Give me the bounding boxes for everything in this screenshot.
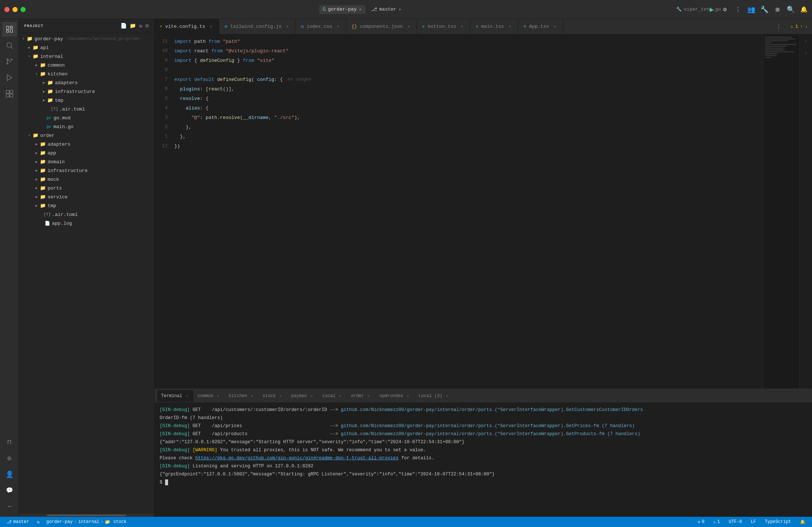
tab-overflow-button[interactable]: ⋮ — [771, 23, 786, 30]
tree-item-order[interactable]: ▾ 📁 order — [19, 131, 154, 140]
right-bar-nav-down[interactable]: ↓ — [801, 48, 811, 58]
tree-item-order-domain[interactable]: ▶ 📁 domain — [19, 157, 154, 166]
activity-more[interactable]: ⋯ — [2, 499, 17, 514]
terminal-tab-local3-close[interactable]: ✕ — [444, 393, 450, 399]
run-file-indicator[interactable]: 🔧 viper_test.go — [695, 6, 702, 13]
terminal-tab-order[interactable]: order ✕ — [347, 390, 375, 402]
code-view[interactable]: 11 10 9 8 7 6 5 4 3 2 1 12 — [154, 34, 812, 389]
tree-item-common[interactable]: ▶ 📁 common — [19, 61, 154, 70]
activity-debug[interactable] — [2, 70, 17, 85]
statusbar-encoding[interactable]: UTF-8 — [727, 519, 744, 525]
tab-button-tsx[interactable]: ⚛ button.tsx ✕ — [417, 19, 470, 34]
tab-main-tsx[interactable]: ⚛ main.tsx ✕ — [470, 19, 518, 34]
tree-item-kitchen-adapters[interactable]: ▶ 📁 adapters — [19, 78, 154, 87]
sidebar-tree[interactable]: ▾ 📁 gorder-pay ~/Documents/workspace_go/… — [19, 33, 154, 514]
tree-item-order-app[interactable]: ▶ 📁 app — [19, 149, 154, 157]
terminal-tab-paymen-close[interactable]: ✕ — [309, 393, 314, 399]
terminal-tab-paymen[interactable]: paymen ✕ — [287, 390, 318, 402]
tab-app-tsx-close[interactable]: ✕ — [552, 24, 558, 30]
terminal-tab-order-close[interactable]: ✕ — [366, 393, 372, 399]
terminal-tab-npmrundev-close[interactable]: ✕ — [405, 393, 410, 399]
nav-up-icon[interactable]: ↑ — [800, 24, 803, 29]
statusbar-feedback[interactable]: 🔔 — [798, 519, 808, 526]
branch-button[interactable]: ⎇ master ▾ — [371, 6, 402, 12]
statusbar-language[interactable]: TypeScript — [763, 519, 793, 525]
terminal-content[interactable]: [GIN-debug] GET /api/customers/:customer… — [154, 403, 812, 517]
activity-explorer[interactable] — [2, 22, 17, 37]
run-button[interactable]: ▶ — [708, 6, 715, 13]
activity-search[interactable] — [2, 38, 17, 53]
tree-item-order-mock[interactable]: ▶ 📁 mock — [19, 175, 154, 184]
collapse-all-icon[interactable]: ⊟ — [146, 23, 149, 29]
terminal-tab-stock[interactable]: stock ✕ — [259, 390, 287, 402]
tree-item-kitchen[interactable]: ▾ 📁 kitchen — [19, 70, 154, 78]
activity-source-control[interactable] — [2, 54, 17, 69]
terminal-tab-local-close[interactable]: ✕ — [338, 393, 343, 399]
terminal-tab-terminal[interactable]: Terminal ✕ — [157, 390, 193, 402]
tree-item-kitchen-tmp[interactable]: ▶ 📁 tmp — [19, 96, 154, 105]
activity-account[interactable]: 👤 — [2, 467, 17, 482]
more-button[interactable]: ⋮ — [734, 6, 742, 13]
activity-settings[interactable]: ⚙ — [2, 451, 17, 466]
close-button[interactable] — [4, 7, 10, 12]
settings-button[interactable]: ⚙ — [721, 6, 729, 13]
statusbar-git-branch[interactable]: ⎇ master — [4, 519, 31, 526]
terminal-tab-common[interactable]: common ✕ — [194, 390, 224, 402]
tree-item-gomod[interactable]: go go.mod — [19, 113, 154, 122]
nav-down-icon[interactable]: ↓ — [805, 24, 808, 29]
statusbar-errors[interactable]: ✕ 0 — [696, 519, 707, 526]
terminal-tab-common-close[interactable]: ✕ — [216, 393, 221, 399]
terminal-tab-kitchen[interactable]: kitchen ✕ — [225, 390, 258, 402]
activity-extensions[interactable] — [2, 86, 17, 101]
tools-icon[interactable]: 🔧 — [761, 6, 768, 13]
statusbar-eol[interactable]: LF — [749, 519, 758, 525]
terminal-tab-local3[interactable]: Local (3) ✕ — [415, 390, 453, 402]
tree-item-order-service[interactable]: ▶ 📁 service — [19, 193, 154, 201]
tree-item-gorder-pay[interactable]: ▾ 📁 gorder-pay ~/Documents/workspace_go/… — [19, 34, 154, 43]
terminal-tab-stock-close[interactable]: ✕ — [278, 393, 283, 399]
tab-components-json[interactable]: {} components.json ✕ — [347, 19, 417, 34]
refresh-icon[interactable]: ↻ — [139, 23, 142, 29]
statusbar-warnings[interactable]: ⚠ 1 — [711, 519, 722, 526]
activity-chat[interactable]: 💬 — [2, 483, 17, 498]
activity-terminal[interactable]: ⊓ — [2, 435, 17, 449]
extensions-icon[interactable]: ⊞ — [774, 6, 781, 13]
terminal-tab-kitchen-close[interactable]: ✕ — [249, 393, 254, 399]
notifications-icon[interactable]: 🔔 — [800, 6, 808, 13]
breadcrumb-stock[interactable]: stock — [113, 519, 126, 524]
terminal-tab-terminal-close[interactable]: ✕ — [185, 393, 190, 399]
project-name-button[interactable]: G gorder-pay ▾ — [319, 5, 365, 14]
tab-tailwind-close[interactable]: ✕ — [284, 24, 290, 30]
tab-app-tsx[interactable]: ⚛ App.tsx ✕ — [518, 19, 563, 34]
breadcrumb-internal[interactable]: internal — [78, 519, 100, 524]
terminal-tab-npmrundev[interactable]: npmrundev ✕ — [376, 390, 414, 402]
breadcrumb-project[interactable]: gorder-pay — [46, 519, 72, 524]
terminal-tab-local[interactable]: Local ✕ — [319, 390, 346, 402]
tree-item-order-tmp[interactable]: ▶ 📁 tmp — [19, 201, 154, 210]
search-icon[interactable]: 🔍 — [787, 6, 794, 13]
tab-button-tsx-close[interactable]: ✕ — [459, 24, 465, 30]
tab-main-tsx-close[interactable]: ✕ — [507, 24, 513, 30]
tab-index-css-close[interactable]: ✕ — [335, 24, 341, 30]
right-bar-nav-up[interactable]: ↑ — [801, 36, 811, 46]
scrollbar-thumb[interactable] — [47, 515, 126, 516]
tree-item-kitchen-airtoml[interactable]: [T] .air.toml — [19, 105, 154, 113]
tree-item-kitchen-infra[interactable]: ▶ 📁 infrastructure — [19, 87, 154, 96]
tree-item-order-applog[interactable]: 📄 app.log — [19, 219, 154, 228]
tab-vite-config-close[interactable]: ✕ — [208, 23, 214, 29]
tree-item-order-adapters[interactable]: ▶ 📁 adapters — [19, 140, 154, 149]
tab-components-json-close[interactable]: ✕ — [406, 24, 411, 30]
statusbar-sync[interactable]: ↻ — [35, 519, 42, 526]
minimize-button[interactable] — [12, 7, 18, 12]
sidebar-scrollbar[interactable] — [19, 514, 154, 517]
maximize-button[interactable] — [21, 7, 26, 12]
code-editor-lines[interactable]: import path from "path" import react fro… — [173, 34, 763, 389]
tree-item-internal[interactable]: ▾ 📁 internal — [19, 52, 154, 61]
tree-item-maingo[interactable]: go main.go — [19, 122, 154, 131]
new-folder-icon[interactable]: 📁 — [130, 23, 136, 29]
people-icon[interactable]: 👥 — [748, 6, 755, 13]
tree-item-order-airtoml[interactable]: [T] .air.toml — [19, 210, 154, 219]
tab-vite-config[interactable]: ⚡ vite.config.ts ✕ — [154, 19, 219, 34]
tree-item-order-infra[interactable]: ▶ 📁 infrastructure — [19, 166, 154, 175]
tab-tailwind[interactable]: ⚙ tailwind.config.js ✕ — [219, 19, 296, 34]
